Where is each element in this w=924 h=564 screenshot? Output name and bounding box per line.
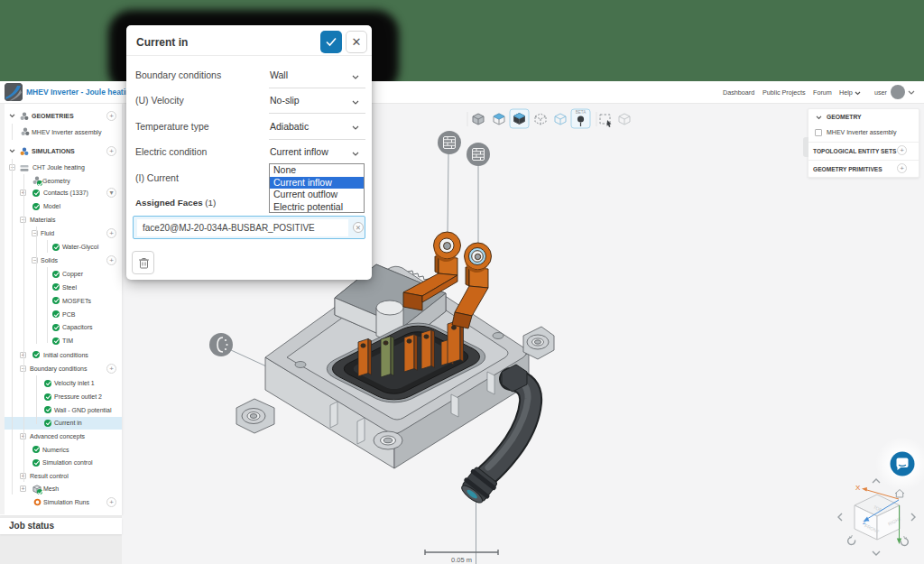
svg-text:BETA: BETA — [576, 110, 586, 115]
svg-text:X: X — [855, 484, 861, 492]
svg-text:Z: Z — [863, 520, 866, 525]
svg-text:0.05 m: 0.05 m — [451, 556, 472, 564]
